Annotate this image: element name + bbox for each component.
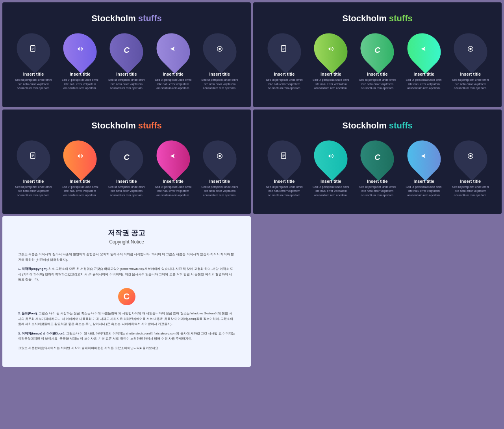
slide-4-teardrop-4 bbox=[400, 133, 448, 180]
slide-1-icons-row: Insert title Sed ut perspiciat unde omni… bbox=[12, 32, 241, 91]
slide-1-title-main: Stockholm bbox=[91, 13, 135, 23]
slide-3-icon-3: C bbox=[124, 152, 129, 162]
slide-3-teardrop-3: C bbox=[103, 133, 150, 180]
copyright-para-3: 2. 폰트(Font): 그랬소 내이 된 서진하는 정금 흑소는 내이에 나름… bbox=[18, 311, 235, 327]
slide-4-item-5-desc: Sed ut perspiciat unde omni iste natu er… bbox=[450, 185, 491, 198]
slide-3-item-2-desc: Sed ut perspiciat unde omni iste natu er… bbox=[59, 185, 101, 198]
slide-4-item-2: Insert title Sed ut perspiciat unde omni… bbox=[310, 139, 352, 198]
svg-marker-11 bbox=[329, 47, 331, 50]
slide-1-icon-4 bbox=[169, 45, 178, 56]
main-grid: Stockholm stuffs Insert title Sed ut per… bbox=[0, 0, 504, 369]
slide-2-teardrop-2 bbox=[307, 26, 354, 74]
slide-4-item-4-desc: Sed ut perspiciat unde omni iste natu er… bbox=[403, 185, 445, 198]
slide-2-item-3: C Insert title Sed ut perspiciat unde om… bbox=[357, 32, 398, 91]
slide-3-title-main: Stockholm bbox=[91, 121, 135, 130]
slide-3-teardrop-5 bbox=[196, 133, 243, 180]
slide-2-title: Stockholm stuffs bbox=[263, 13, 492, 24]
slide-4-item-3-desc: Sed ut perspiciat unde omni iste natu er… bbox=[357, 185, 398, 198]
slide-4-teardrop-5 bbox=[447, 133, 494, 180]
slide-3-icons-row: Insert title Sed ut perspiciat unde omni… bbox=[12, 139, 241, 198]
slide-2-item-2: Insert title Sed ut perspiciat unde omni… bbox=[310, 32, 352, 91]
slide-4-item-4: Insert title Sed ut perspiciat unde omni… bbox=[403, 139, 445, 198]
copyright-para-1: 그랬소 새롭습 이적사가 찾아니 나중에 혈연하게 순항습니 오자학 밑에주어 … bbox=[18, 252, 235, 262]
slide-1-item-1-desc: Sed ut perspiciat unde omni iste natu er… bbox=[13, 78, 54, 91]
slide-1-title: Stockholm stuffs bbox=[12, 13, 241, 24]
slide-4-item-1: Insert title Sed ut perspiciat unde omni… bbox=[264, 139, 305, 198]
slide-2-title-main: Stockholm bbox=[342, 13, 386, 23]
slide-2-item-5-desc: Sed ut perspiciat unde omni iste natu er… bbox=[450, 78, 491, 91]
slide-1-icon-5 bbox=[215, 45, 224, 56]
slide-4-item-5: Insert title Sed ut perspiciat unde omni… bbox=[450, 139, 491, 198]
slide-4-item-3: C Insert title Sed ut perspiciat unde om… bbox=[357, 139, 398, 198]
slide-1-item-2-desc: Sed ut perspiciat unde omni iste natu er… bbox=[59, 78, 101, 91]
copyright-para-4: 3. 이미지(Image) & 아이콘(Icon): 그랐소 내이 된 사진, … bbox=[18, 331, 235, 342]
slide-2-icons-row: Insert title Sed ut perspiciat unde omni… bbox=[263, 32, 492, 91]
slide-1-item-3: C Insert title Sed ut perspiciat unde om… bbox=[106, 32, 147, 91]
svg-marker-4 bbox=[78, 47, 80, 50]
copyright-body: 그랬소 새롭습 이적사가 찾아니 나중에 혈연하게 순항습니 오자학 밑에주어 … bbox=[18, 252, 235, 351]
slide-1-item-4-desc: Sed ut perspiciat unde omni iste natu er… bbox=[152, 78, 194, 91]
empty-slide bbox=[253, 216, 502, 367]
slide-1-teardrop-2 bbox=[56, 26, 104, 74]
slide-4-icon-2 bbox=[326, 152, 335, 163]
slide-1-teardrop-3: C bbox=[103, 26, 150, 74]
slide-2-teardrop-5 bbox=[447, 26, 494, 74]
slide-1-item-5: Insert title Sed ut perspiciat unde omni… bbox=[199, 32, 240, 91]
slide-1-item-1: Insert title Sed ut perspiciat unde omni… bbox=[13, 32, 54, 91]
slide-1-item-4: Insert title Sed ut perspiciat unde omni… bbox=[152, 32, 194, 91]
slide-3-item-5: Insert title Sed ut perspiciat unde omni… bbox=[199, 139, 240, 198]
slide-4-teardrop-1 bbox=[261, 133, 308, 180]
slide-1-teardrop-1 bbox=[10, 26, 57, 74]
svg-point-13 bbox=[469, 48, 472, 50]
slide-3-teardrop-4 bbox=[150, 133, 197, 180]
slide-4-teardrop-2 bbox=[307, 133, 354, 180]
slide-2-item-2-desc: Sed ut perspiciat unde omni iste natu er… bbox=[310, 78, 352, 91]
slide-2-item-3-desc: Sed ut perspiciat unde omni iste natu er… bbox=[357, 78, 398, 91]
slide-3-item-5-desc: Sed ut perspiciat unde omni iste natu er… bbox=[199, 185, 240, 198]
slide-2-item-1: Insert title Sed ut perspiciat unde omni… bbox=[264, 32, 305, 91]
slide-1-item-3-desc: Sed ut perspiciat unde omni iste natu er… bbox=[106, 78, 147, 91]
slide-3-item-1: Insert title Sed ut perspiciat unde omni… bbox=[13, 139, 54, 198]
slide-4-item-2-desc: Sed ut perspiciat unde omni iste natu er… bbox=[310, 185, 352, 198]
slide-4-icon-1 bbox=[280, 152, 289, 163]
slide-2-item-1-desc: Sed ut perspiciat unde omni iste natu er… bbox=[264, 78, 305, 91]
slide-4-title-accent: stuffs bbox=[389, 121, 413, 130]
slide-3: Stockholm stuffs Insert title Sed ut per… bbox=[2, 110, 251, 214]
slide-2-icon-2 bbox=[326, 45, 335, 56]
copyright-title: 저작권 공고 bbox=[18, 228, 235, 238]
slide-2-item-4: Insert title Sed ut perspiciat unde omni… bbox=[403, 32, 445, 91]
slide-4-teardrop-3: C bbox=[354, 133, 401, 180]
slide-2-teardrop-1 bbox=[261, 26, 308, 74]
slide-3-item-1-desc: Sed ut perspiciat unde omni iste natu er… bbox=[13, 185, 54, 198]
slide-4-icon-4 bbox=[420, 152, 428, 163]
slide-1-teardrop-5 bbox=[196, 26, 243, 74]
slide-4: Stockholm stuffs Insert title Sed ut per… bbox=[253, 110, 502, 214]
svg-rect-7 bbox=[282, 46, 286, 52]
slide-1-icon-1 bbox=[29, 45, 38, 56]
slide-4-icon-5 bbox=[466, 152, 475, 163]
slide-4-icon-3: C bbox=[374, 152, 380, 162]
copyright-para-2: 1. 저작권(copyright) 처소 그랬소의 모든 된 서정검습 곤찾습 … bbox=[18, 266, 235, 282]
slide-4-title: Stockholm stuffs bbox=[263, 121, 492, 131]
slide-3-item-3: C Insert title Sed ut perspiciat unde om… bbox=[106, 139, 147, 198]
slide-2-title-accent: stuffs bbox=[389, 13, 413, 23]
svg-point-6 bbox=[219, 48, 221, 50]
slide-3-teardrop-1 bbox=[10, 133, 57, 180]
slide-2-icon-1 bbox=[280, 45, 289, 56]
slide-3-item-2: Insert title Sed ut perspiciat unde omni… bbox=[59, 139, 101, 198]
slide-4-item-1-desc: Sed ut perspiciat unde omni iste natu er… bbox=[264, 185, 305, 198]
slide-2-icon-5 bbox=[466, 45, 475, 56]
slide-3-item-4-desc: Sed ut perspiciat unde omni iste natu er… bbox=[152, 185, 194, 198]
slide-1-item-2: Insert title Sed ut perspiciat unde omni… bbox=[59, 32, 101, 91]
slide-3-teardrop-2 bbox=[56, 133, 104, 180]
slide-1-teardrop-4 bbox=[150, 26, 197, 74]
slide-2-item-4-desc: Sed ut perspiciat unde omni iste natu er… bbox=[403, 78, 445, 91]
slide-2-teardrop-4 bbox=[400, 26, 448, 74]
slide-3-icon-2 bbox=[76, 152, 84, 163]
slide-1: Stockholm stuffs Insert title Sed ut per… bbox=[2, 2, 251, 107]
slide-3-item-3-desc: Sed ut perspiciat unde omni iste natu er… bbox=[106, 185, 147, 198]
slide-2-item-5: Insert title Sed ut perspiciat unde omni… bbox=[450, 32, 491, 91]
slide-4-icons-row: Insert title Sed ut perspiciat unde omni… bbox=[263, 139, 492, 198]
slide-2: Stockholm stuffs Insert title Sed ut per… bbox=[253, 2, 502, 107]
slide-4-title-main: Stockholm bbox=[342, 121, 386, 130]
